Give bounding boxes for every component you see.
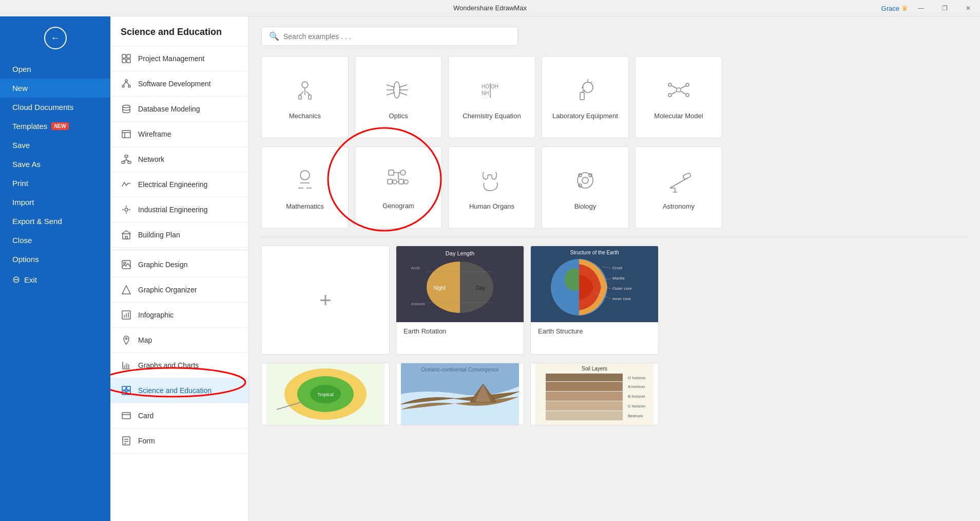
nav-item-science[interactable]: Science and Education [110, 378, 248, 403]
sidebar-item-import[interactable]: Import [0, 193, 110, 212]
nav-item-database[interactable]: Database Modeling [110, 97, 248, 122]
section-divider [261, 237, 968, 237]
nav-item-form[interactable]: Form [110, 429, 248, 454]
earth-structure-label: Earth Structure [531, 322, 658, 340]
sidebar-item-open[interactable]: Open [0, 60, 110, 79]
graphic-design-label: Graphic Design [138, 260, 188, 269]
svg-rect-36 [127, 386, 130, 390]
svg-point-86 [393, 180, 397, 184]
nav-item-card[interactable]: Card [110, 403, 248, 429]
sidebar-item-new[interactable]: New [0, 79, 110, 98]
nav-item-software-dev[interactable]: Software Development [110, 71, 248, 97]
nav-item-map[interactable]: Map [110, 328, 248, 353]
graphic-organizer-label: Graphic Organizer [138, 286, 197, 294]
restore-button[interactable]: ❐ [933, 0, 956, 16]
back-button-area: ← [0, 16, 110, 60]
svg-line-75 [672, 91, 677, 94]
save-label: Save [12, 141, 30, 150]
nav-divider-1 [110, 250, 248, 250]
network-label: Network [138, 155, 164, 163]
svg-rect-21 [125, 236, 127, 239]
minimize-button[interactable]: — [909, 0, 933, 16]
lab-label: Laboratory Equipment [552, 112, 618, 120]
user-area[interactable]: Grace ♛ [881, 0, 908, 16]
options-label: Options [12, 255, 39, 264]
preview-card-earth-structure[interactable]: Structure of the Earth [530, 246, 659, 355]
graphic-design-icon [121, 259, 132, 270]
nav-item-graphic-organizer[interactable]: Graphic Organizer [110, 277, 248, 303]
molecular-label: Molecular Model [654, 112, 703, 120]
svg-text:B horizon: B horizon [628, 394, 645, 399]
nav-item-project-mgmt[interactable]: Project Management [110, 46, 248, 71]
template-card-molecular[interactable]: Molecular Model [635, 56, 722, 138]
template-card-chemistry[interactable]: HO OH NH Chemistry Equation [448, 56, 535, 138]
svg-rect-13 [125, 155, 128, 157]
svg-point-9 [123, 105, 130, 108]
sidebar-item-save[interactable]: Save [0, 136, 110, 155]
preview-card-oceanic[interactable]: Oceanic-continental Convergence [396, 363, 524, 425]
svg-point-72 [686, 94, 689, 97]
svg-line-49 [306, 91, 310, 95]
preview-card-soil[interactable]: Soil Layers O horizon A horizon B [530, 363, 659, 425]
svg-rect-135 [546, 374, 623, 381]
template-card-optics[interactable]: Optics [355, 56, 442, 138]
sidebar-item-templates[interactable]: Templates NEW [0, 117, 110, 136]
nav-item-graphs[interactable]: Graphs and Charts [110, 353, 248, 378]
svg-line-76 [681, 91, 686, 94]
svg-text:Soil Layers: Soil Layers [582, 366, 607, 371]
nav-item-electrical[interactable]: Electrical Engineering [110, 172, 248, 197]
sidebar-item-print[interactable]: Print [0, 174, 110, 193]
template-section-2: Mathematics [261, 146, 968, 229]
close-button[interactable]: ✕ [956, 0, 980, 16]
sidebar-item-saveas[interactable]: Save As [0, 155, 110, 174]
svg-line-53 [387, 85, 395, 87]
svg-rect-32 [124, 365, 125, 369]
user-name: Grace [881, 5, 899, 12]
wireframe-icon [121, 128, 132, 140]
template-card-biology[interactable]: Biology [542, 146, 629, 229]
svg-rect-67 [580, 92, 584, 100]
graphs-icon [121, 360, 132, 371]
nav-item-network[interactable]: Network [110, 147, 248, 172]
templates-label: Templates [12, 122, 47, 131]
content-inner: 🔍 [249, 16, 980, 444]
svg-point-71 [668, 94, 671, 97]
sidebar-item-close[interactable]: Close [0, 231, 110, 250]
astronomy-icon [665, 168, 693, 196]
svg-rect-10 [122, 131, 130, 138]
preview-card-temperature[interactable]: Tropical [261, 363, 390, 425]
back-button[interactable]: ← [44, 27, 67, 49]
nav-panel: Science and Education Project Management… [110, 16, 249, 521]
content-area: 🔍 [249, 16, 980, 521]
template-card-mechanics[interactable]: Mechanics [261, 56, 349, 138]
template-card-human-organs[interactable]: Human Organs [448, 146, 535, 229]
svg-rect-15 [128, 161, 131, 163]
sidebar-menu: Open New Cloud Documents Templates NEW S… [0, 60, 110, 295]
electrical-label: Electrical Engineering [138, 180, 207, 189]
template-card-genogram[interactable]: Genogram [355, 146, 442, 229]
nav-item-building[interactable]: Building Plan [110, 222, 248, 248]
sidebar-item-cloud[interactable]: Cloud Documents [0, 98, 110, 117]
svg-text:A horizon: A horizon [628, 384, 645, 389]
svg-line-56 [399, 85, 407, 87]
user-crown-icon: ♛ [901, 4, 908, 12]
nav-item-infographic[interactable]: Infographic [110, 303, 248, 328]
preview-card-earth-rotation[interactable]: Day Length Night Day [396, 246, 524, 355]
nav-item-graphic-design[interactable]: Graphic Design [110, 252, 248, 277]
sidebar-item-options[interactable]: Options [0, 250, 110, 269]
nav-item-industrial[interactable]: Industrial Engineering [110, 197, 248, 222]
add-new-card[interactable]: + [261, 246, 390, 355]
nav-item-wireframe[interactable]: Wireframe [110, 122, 248, 147]
template-card-mathematics[interactable]: Mathematics [261, 146, 349, 229]
svg-line-8 [126, 82, 129, 85]
left-sidebar: ← Open New Cloud Documents Templates NEW… [0, 16, 110, 521]
project-mgmt-icon [121, 53, 132, 64]
template-card-lab[interactable]: Laboratory Equipment [542, 56, 629, 138]
close-label: Close [12, 236, 32, 245]
back-arrow-icon: ← [51, 33, 60, 44]
template-card-astronomy[interactable]: Astronomy [635, 146, 722, 229]
svg-point-77 [300, 171, 310, 180]
sidebar-item-export[interactable]: Export & Send [0, 212, 110, 231]
sidebar-item-exit[interactable]: ⊖ Exit [0, 269, 110, 290]
search-input[interactable] [283, 32, 510, 41]
